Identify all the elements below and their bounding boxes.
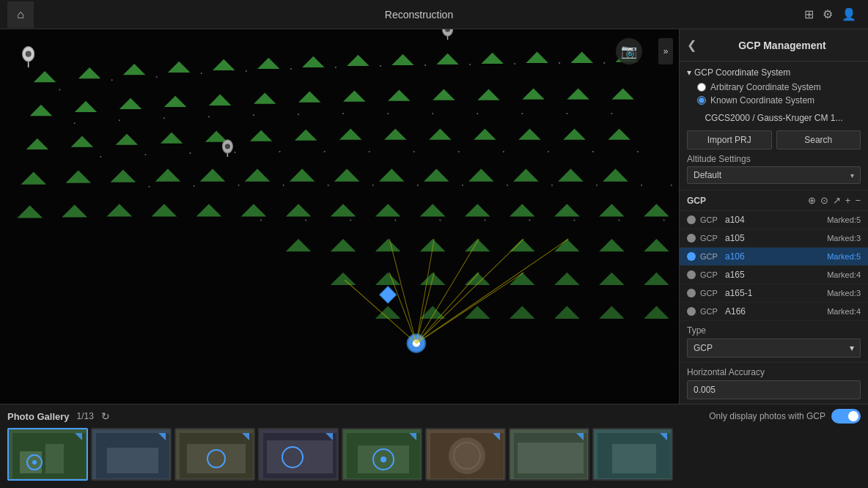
svg-point-109 bbox=[74, 122, 76, 124]
gcp-list-item[interactable]: GCP a104 Marked:5 bbox=[680, 211, 868, 229]
svg-point-185 bbox=[32, 460, 37, 465]
thumbnail-4[interactable] bbox=[258, 428, 339, 481]
gcp-list: GCP a104 Marked:5 GCP a105 Marked:3 GCP … bbox=[680, 211, 868, 321]
svg-point-102 bbox=[335, 67, 336, 68]
horiz-accuracy-label: Horizontal Accuracy bbox=[687, 367, 861, 377]
svg-point-123 bbox=[144, 154, 146, 155]
gcp-list-item[interactable]: GCP a165 Marked:4 bbox=[680, 266, 868, 284]
type-value: GCP bbox=[694, 343, 713, 353]
altitude-label: Altitude Settings bbox=[687, 154, 861, 164]
export-icon[interactable]: ↗ bbox=[833, 195, 841, 206]
gcp-filter-toggle[interactable] bbox=[831, 409, 861, 424]
horiz-accuracy-section: Horizontal Accuracy bbox=[680, 363, 868, 404]
svg-point-142 bbox=[462, 185, 463, 186]
expand-button[interactable]: » bbox=[658, 38, 673, 64]
gallery-title: Photo Gallery bbox=[7, 411, 70, 422]
thumbnail-3[interactable] bbox=[174, 428, 255, 481]
thumbnail-5[interactable] bbox=[342, 428, 422, 481]
gcp-name: a104 bbox=[725, 215, 827, 225]
type-label: Type bbox=[687, 325, 861, 336]
coord-system-value: CGCS2000 / Gauss-Kruger CM 1... bbox=[687, 110, 861, 126]
svg-point-122 bbox=[100, 156, 101, 158]
home-button[interactable]: ⌂ bbox=[7, 1, 34, 28]
screenshot-button[interactable]: 📷 bbox=[616, 38, 642, 64]
radio-arbitrary[interactable]: Arbitrary Coordinate System bbox=[697, 82, 861, 92]
thumbnail-7[interactable] bbox=[509, 428, 589, 481]
gallery-toggle-area: Only display photos with GCP bbox=[709, 409, 861, 424]
known-radio[interactable] bbox=[697, 96, 706, 105]
svg-point-165 bbox=[225, 144, 230, 149]
back-button[interactable]: ❮ bbox=[687, 38, 696, 52]
gcp-name: a165-1 bbox=[725, 288, 827, 298]
svg-point-116 bbox=[387, 113, 389, 114]
svg-point-146 bbox=[641, 185, 642, 186]
horiz-accuracy-input[interactable] bbox=[687, 380, 861, 399]
gcp-name: a106 bbox=[725, 251, 827, 262]
locate-icon[interactable]: ⊙ bbox=[820, 195, 828, 206]
gallery-thumbnails bbox=[0, 428, 868, 485]
gcp-type: GCP bbox=[700, 234, 721, 243]
svg-point-205 bbox=[380, 456, 386, 462]
svg-point-115 bbox=[342, 113, 344, 114]
top-bar: ⌂ Reconstruction ⊞ ⚙ 👤 bbox=[0, 0, 868, 29]
add-gcp-icon[interactable]: + bbox=[845, 195, 851, 206]
gcp-name: a105 bbox=[725, 233, 827, 243]
gcp-marked: Marked:4 bbox=[827, 307, 861, 316]
gcp-panel-title: GCP Management bbox=[704, 40, 861, 51]
import-prj-button[interactable]: Import PRJ bbox=[687, 130, 772, 149]
refresh-button[interactable]: ↻ bbox=[101, 410, 110, 422]
svg-point-156 bbox=[619, 220, 620, 221]
svg-point-155 bbox=[574, 220, 575, 221]
svg-rect-198 bbox=[267, 440, 333, 473]
thumbnail-8[interactable] bbox=[592, 428, 673, 481]
svg-point-98 bbox=[156, 76, 158, 78]
gallery-count: 1/13 bbox=[77, 411, 94, 421]
thumbnail-6[interactable] bbox=[425, 428, 506, 481]
svg-point-149 bbox=[305, 220, 306, 221]
svg-point-132 bbox=[548, 151, 549, 152]
svg-rect-193 bbox=[187, 444, 246, 473]
svg-point-151 bbox=[394, 220, 396, 221]
gcp-marked: Marked:5 bbox=[827, 215, 861, 224]
gcp-dot-icon bbox=[687, 289, 696, 297]
svg-point-111 bbox=[163, 117, 165, 119]
svg-point-105 bbox=[469, 64, 471, 65]
svg-point-130 bbox=[458, 151, 460, 152]
svg-point-117 bbox=[432, 113, 433, 114]
svg-point-104 bbox=[424, 64, 426, 66]
gcp-list-item[interactable]: GCP a105 Marked:3 bbox=[680, 229, 868, 248]
svg-rect-189 bbox=[107, 448, 158, 473]
view-panel[interactable]: 📷 » bbox=[0, 29, 679, 404]
zoom-to-fit-icon[interactable]: ⊕ bbox=[808, 195, 816, 206]
main-content: 📷 » ❮ GCP Management ▾ GCP Coordinate Sy… bbox=[0, 29, 868, 404]
altitude-select[interactable]: Default ▾ bbox=[687, 166, 861, 184]
gcp-dot-icon bbox=[687, 215, 696, 224]
svg-point-152 bbox=[439, 220, 441, 221]
gcp-list-item[interactable]: GCP A166 Marked:4 bbox=[680, 303, 868, 321]
radio-known[interactable]: Known Coordinate System bbox=[697, 95, 861, 106]
type-select[interactable]: GCP ▾ bbox=[687, 339, 861, 358]
user-icon[interactable]: 👤 bbox=[842, 7, 856, 21]
svg-point-134 bbox=[637, 151, 639, 152]
svg-point-141 bbox=[417, 185, 419, 186]
expand-icon: » bbox=[663, 46, 669, 56]
arbitrary-label: Arbitrary Coordinate System bbox=[710, 82, 821, 92]
thumbnail-2[interactable] bbox=[91, 428, 172, 481]
svg-point-96 bbox=[59, 89, 60, 90]
gcp-list-item-selected[interactable]: GCP a106 Marked:5 bbox=[680, 248, 868, 266]
gallery-bar: Photo Gallery 1/13 ↻ Only display photos… bbox=[0, 404, 868, 488]
gcp-marked: Marked:3 bbox=[827, 234, 861, 243]
gcp-name: a165 bbox=[725, 270, 827, 280]
gcp-list-item[interactable]: GCP a165-1 Marked:3 bbox=[680, 284, 868, 303]
svg-point-137 bbox=[238, 185, 240, 186]
search-button[interactable]: Search bbox=[776, 130, 861, 149]
svg-point-159 bbox=[26, 51, 32, 57]
altitude-value: Default bbox=[694, 170, 721, 180]
svg-point-112 bbox=[208, 116, 210, 117]
arbitrary-radio[interactable] bbox=[697, 83, 706, 92]
gcp-dot-icon bbox=[687, 234, 696, 243]
thumbnail-1[interactable] bbox=[7, 428, 88, 481]
settings-icon[interactable]: ⚙ bbox=[823, 7, 833, 21]
network-icon[interactable]: ⊞ bbox=[804, 7, 814, 21]
remove-gcp-icon[interactable]: − bbox=[855, 195, 861, 206]
